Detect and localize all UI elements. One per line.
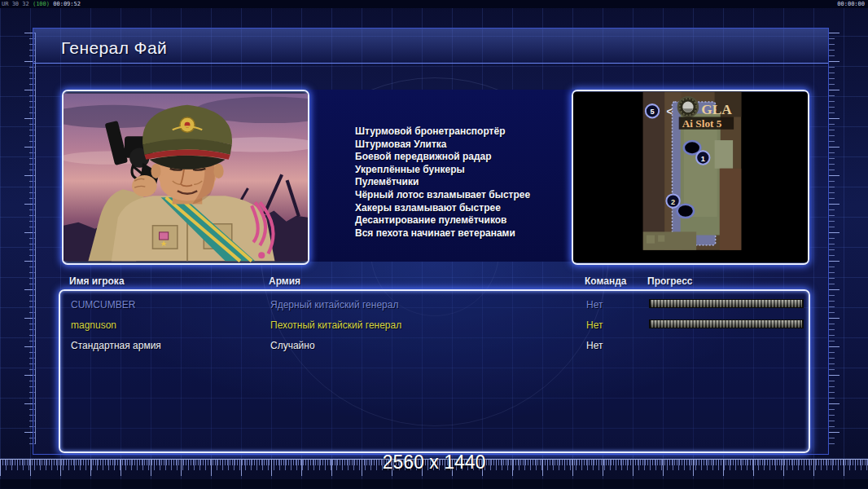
debug-left-text: UR 30 32 (100) 00:09:52	[2, 0, 81, 8]
player-army: Пехотный китайский генерал	[270, 319, 401, 331]
progress-bar-segments	[651, 300, 802, 307]
ability-item: Штурмовая Улитка	[355, 139, 573, 152]
player-team: Нет	[586, 319, 603, 331]
loading-screen: UR 30 32 (100) 00:09:52 00:00:00 Генерал…	[0, 0, 868, 489]
faction-label: GLA	[701, 102, 732, 117]
progress-bar	[649, 299, 804, 308]
table-row: Стандартная армия Случайно Нет	[60, 339, 809, 354]
collapse-arrow-icon[interactable]: <	[666, 106, 672, 117]
ability-item: Пулемётчики	[355, 176, 573, 189]
game-clock: 00:00:00	[837, 0, 865, 8]
general-portrait-frame	[62, 90, 309, 265]
player-army: Ядерный китайский генерал	[270, 299, 398, 311]
minimap-image: 5 < GLA Ai Slot 5 1 2	[573, 91, 808, 263]
player-team: Нет	[586, 299, 603, 311]
header-player-name: Имя игрока	[69, 275, 125, 287]
header-team: Команда	[585, 275, 626, 287]
table-row: magnuson Пехотный китайский генерал Нет	[60, 319, 809, 333]
ability-item: Укреплённые бункеры	[355, 164, 573, 177]
minimap-frame: 5 < GLA Ai Slot 5 1 2	[572, 90, 809, 265]
debug-counters: UR 30 32	[2, 1, 29, 7]
marker-2-label: 2	[671, 198, 675, 206]
bottom-edge-strip	[0, 479, 868, 489]
player-table: CUMCUMBER Ядерный китайский генерал Нет …	[59, 289, 810, 453]
debug-timer: 00:09:52	[53, 1, 81, 7]
player-army: Случайно	[270, 340, 315, 351]
header-army: Армия	[269, 275, 300, 287]
resolution-label: 2560 x 1440	[0, 452, 868, 474]
ai-slot-label: Ai Slot 5	[682, 117, 722, 130]
ability-item: Боевой передвижной радар	[355, 151, 573, 164]
marker-1-label: 1	[701, 155, 705, 163]
progress-bar	[649, 319, 804, 328]
ability-item: Вся пехота начинает ветеранами	[355, 227, 573, 240]
ability-item: Десантирование пулемётчиков	[355, 214, 573, 227]
player-name: CUMCUMBER	[71, 299, 135, 311]
debug-fps: (100)	[33, 1, 50, 7]
marker-5-label: 5	[650, 108, 654, 116]
unit-blob-marker	[677, 205, 694, 218]
ability-item: Хакеры взламывают быстрее	[355, 202, 573, 215]
player-team: Нет	[586, 340, 603, 351]
progress-bar-segments	[651, 320, 802, 328]
debug-bar: UR 30 32 (100) 00:09:52 00:00:00	[0, 0, 868, 8]
player-name: Стандартная армия	[71, 340, 161, 351]
page-title: Генерал Фай	[61, 38, 167, 58]
player-table-header: Имя игрока Армия Команда Прогресс	[59, 275, 809, 289]
table-row: CUMCUMBER Ядерный китайский генерал Нет	[60, 298, 809, 313]
right-ruler	[828, 33, 840, 444]
general-abilities-panel: Штурмовой бронетранспортёр Штурмовая Ули…	[309, 90, 573, 262]
ability-item: Штурмовой бронетранспортёр	[355, 126, 573, 139]
player-name: magnuson	[71, 319, 116, 331]
abilities-list: Штурмовой бронетранспортёр Штурмовая Ули…	[309, 90, 573, 240]
general-portrait-image	[64, 91, 308, 263]
header-progress: Прогресс	[647, 275, 692, 287]
ability-item: Чёрный лотос взламывает быстрее	[355, 189, 573, 202]
